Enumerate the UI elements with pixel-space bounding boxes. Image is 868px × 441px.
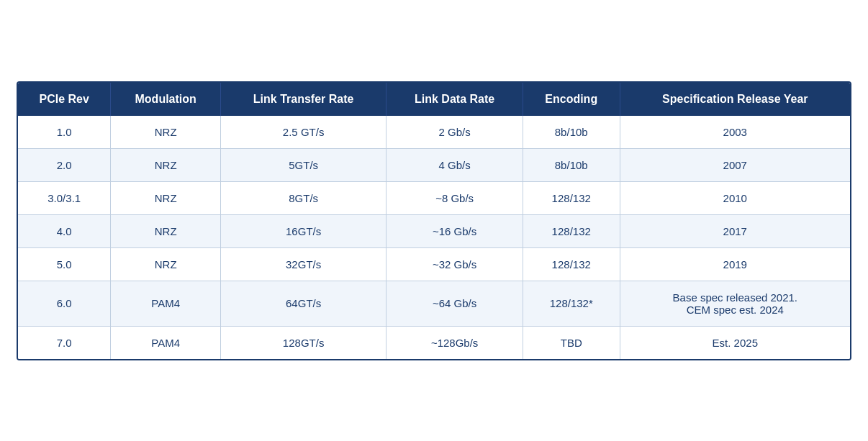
cell-pcie-rev: 7.0 <box>18 326 111 359</box>
table-row: 1.0NRZ2.5 GT/s2 Gb/s8b/10b2003 <box>18 116 850 149</box>
cell-pcie-rev: 1.0 <box>18 116 111 149</box>
cell-link-data-rate: ~8 Gb/s <box>386 181 523 214</box>
cell-link-transfer-rate: 5GT/s <box>220 148 386 181</box>
table-row: 3.0/3.1NRZ8GT/s~8 Gb/s128/1322010 <box>18 181 850 214</box>
cell-spec-release-year: 2010 <box>620 181 850 214</box>
cell-spec-release-year: 2019 <box>620 247 850 281</box>
col-header-link-transfer-rate: Link Transfer Rate <box>220 83 386 116</box>
cell-link-data-rate: ~16 Gb/s <box>386 214 523 247</box>
cell-encoding: 128/132 <box>523 247 620 281</box>
cell-spec-release-year: Base spec released 2021.CEM spec est. 20… <box>620 281 850 326</box>
cell-link-data-rate: ~32 Gb/s <box>386 247 523 281</box>
cell-spec-release-year: 2007 <box>620 148 850 181</box>
cell-spec-release-year: 2003 <box>620 116 850 149</box>
cell-link-transfer-rate: 128GT/s <box>220 326 386 359</box>
cell-pcie-rev: 3.0/3.1 <box>18 181 111 214</box>
cell-pcie-rev: 5.0 <box>18 247 111 281</box>
col-header-modulation: Modulation <box>111 83 221 116</box>
cell-link-data-rate: ~64 Gb/s <box>386 281 523 326</box>
cell-link-transfer-rate: 8GT/s <box>220 181 386 214</box>
cell-link-transfer-rate: 16GT/s <box>220 214 386 247</box>
cell-modulation: PAM4 <box>111 326 221 359</box>
table-header-row: PCIe Rev Modulation Link Transfer Rate L… <box>18 83 850 116</box>
cell-link-data-rate: 4 Gb/s <box>386 148 523 181</box>
col-header-spec-release-year: Specification Release Year <box>620 83 850 116</box>
cell-encoding: 128/132 <box>523 181 620 214</box>
cell-modulation: NRZ <box>111 116 221 149</box>
cell-encoding: 128/132* <box>523 281 620 326</box>
cell-modulation: NRZ <box>111 148 221 181</box>
cell-modulation: NRZ <box>111 181 221 214</box>
cell-pcie-rev: 4.0 <box>18 214 111 247</box>
table-row: 2.0NRZ5GT/s4 Gb/s8b/10b2007 <box>18 148 850 181</box>
col-header-encoding: Encoding <box>523 83 620 116</box>
cell-encoding: 8b/10b <box>523 148 620 181</box>
cell-link-data-rate: 2 Gb/s <box>386 116 523 149</box>
cell-pcie-rev: 6.0 <box>18 281 111 326</box>
cell-modulation: PAM4 <box>111 281 221 326</box>
table-row: 6.0PAM464GT/s~64 Gb/s128/132*Base spec r… <box>18 281 850 326</box>
col-header-pcie-rev: PCIe Rev <box>18 83 111 116</box>
cell-spec-release-year: 2017 <box>620 214 850 247</box>
table-row: 7.0PAM4128GT/s~128Gb/sTBDEst. 2025 <box>18 326 850 359</box>
cell-encoding: 8b/10b <box>523 116 620 149</box>
cell-pcie-rev: 2.0 <box>18 148 111 181</box>
cell-modulation: NRZ <box>111 247 221 281</box>
cell-link-transfer-rate: 2.5 GT/s <box>220 116 386 149</box>
cell-modulation: NRZ <box>111 214 221 247</box>
cell-link-transfer-rate: 32GT/s <box>220 247 386 281</box>
cell-encoding: TBD <box>523 326 620 359</box>
cell-link-transfer-rate: 64GT/s <box>220 281 386 326</box>
cell-spec-release-year: Est. 2025 <box>620 326 850 359</box>
pcie-table-wrapper: PCIe Rev Modulation Link Transfer Rate L… <box>17 81 851 360</box>
table-row: 5.0NRZ32GT/s~32 Gb/s128/1322019 <box>18 247 850 281</box>
col-header-link-data-rate: Link Data Rate <box>386 83 523 116</box>
table-row: 4.0NRZ16GT/s~16 Gb/s128/1322017 <box>18 214 850 247</box>
cell-link-data-rate: ~128Gb/s <box>386 326 523 359</box>
pcie-comparison-table: PCIe Rev Modulation Link Transfer Rate L… <box>18 83 850 359</box>
cell-encoding: 128/132 <box>523 214 620 247</box>
